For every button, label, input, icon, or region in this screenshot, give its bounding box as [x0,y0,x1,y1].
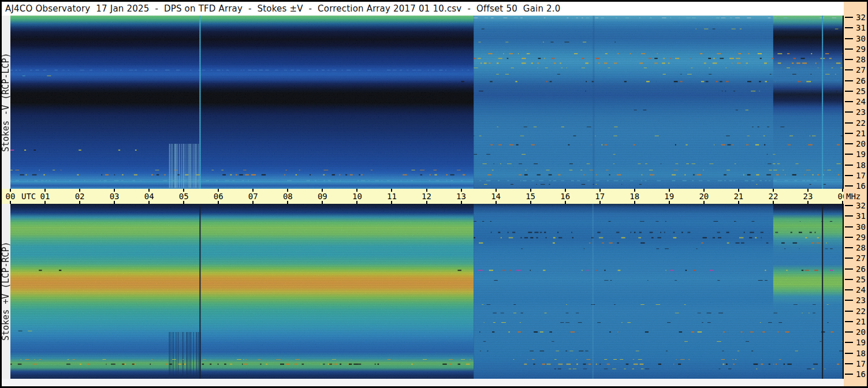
freq-tick [845,48,853,50]
freq-tick-label: 18 [856,161,866,170]
time-tick-label: 11 [387,192,397,201]
freq-tick [845,331,853,333]
time-tick-label: 17 [595,192,605,201]
freq-tick [845,133,853,134]
freq-tick-label: 20 [856,327,866,337]
freq-tick [845,91,853,92]
time-tick-label: 13 [456,192,466,201]
freq-tick [845,268,853,270]
time-tick-label: 04 [144,192,154,201]
freq-tick [845,143,853,144]
time-tick-label: 20 [699,192,709,201]
freq-tick [845,374,853,375]
freq-tick [845,185,853,186]
freq-tick-label: 23 [856,296,866,305]
freq-tick-label: 28 [856,243,866,252]
panel-label-stokes-pos-v: Stokes +V (LCP-RCP) [1,204,10,379]
time-tick-label: 02 [75,192,85,201]
freq-tick [845,38,853,39]
freq-tick-label: 31 [856,211,866,221]
freq-tick [845,300,853,301]
scanline-overlay [10,204,843,379]
freq-tick-label: 24 [856,285,866,294]
time-tick-label: 10 [352,192,362,201]
freq-tick-label: 23 [856,107,866,117]
freq-tick-label: 20 [856,139,866,148]
time-tick-label: 16 [560,192,570,201]
freq-tick [845,205,853,206]
time-tick-label: 19 [664,192,674,201]
freq-tick-label: 22 [856,307,866,316]
freq-tick [845,279,853,280]
time-tick-label: 03 [110,192,120,201]
freq-tick [845,215,853,217]
freq-tick [845,342,853,343]
freq-tick [845,311,853,312]
time-tick-label: 09 [318,192,327,201]
freq-tick-label: 28 [856,55,866,64]
app-window: AJ4CO Observatory 17 Jan 2025 - DPS on T… [0,0,868,388]
freq-tick [845,165,853,166]
freq-tick-label: 19 [856,150,866,159]
freq-tick [845,175,853,176]
freq-tick-label: 21 [856,317,866,326]
freq-tick [845,80,853,81]
time-tick-label: 12 [422,192,431,201]
time-tick-label: 21 [733,192,743,201]
freq-tick-label: 21 [856,129,866,138]
freq-tick [845,247,853,248]
utc-label: UTC [21,192,36,201]
freq-tick-label: 16 [856,370,866,379]
spectrogram-top [10,16,843,189]
freq-tick [845,321,853,322]
time-tick-label: 22 [768,192,778,201]
freq-tick-label: 30 [856,34,866,43]
freq-tick-label: 31 [856,23,866,32]
freq-tick [845,122,853,124]
panel-label-stokes-neg-v: Stokes -V (RCP-LCP) [1,16,10,189]
freq-tick-label: 26 [856,76,866,85]
freq-tick-label: 32 [856,13,866,22]
freq-tick [845,59,853,60]
freq-tick [845,353,853,354]
time-tick-label: 00 [6,192,16,201]
freq-tick-label: 17 [856,171,866,180]
freq-tick [845,226,853,227]
bottom-margin [2,379,844,386]
freq-tick [845,237,853,238]
freq-tick-label: 26 [856,264,866,274]
title-bar: AJ4CO Observatory 17 Jan 2025 - DPS on T… [2,2,844,16]
mhz-unit-label: MHz [846,192,860,201]
freq-tick-label: 32 [856,201,866,210]
freq-tick-label: 25 [856,275,866,284]
time-axis: UTC 000102030405060708091011121314151617… [2,189,844,204]
freq-tick-label: 18 [856,349,866,358]
time-tick-label: 06 [214,192,223,201]
spectrogram-bottom [10,204,843,379]
time-tick-label: 01 [40,192,50,201]
freq-tick-label: 27 [856,65,866,74]
time-tick-label: 07 [248,192,258,201]
freq-tick-label: 30 [856,222,866,232]
freq-tick [845,289,853,290]
time-tick-label: 15 [526,192,535,201]
freq-tick-label: 29 [856,233,866,242]
freq-tick [845,258,853,259]
freq-tick [845,154,853,155]
freq-tick-label: 25 [856,87,866,96]
window-title: AJ4CO Observatory 17 Jan 2025 - DPS on T… [5,3,561,14]
time-tick-label: 05 [179,192,189,201]
freq-tick [845,363,853,364]
freq-tick-label: 29 [856,44,866,54]
freq-tick [845,27,853,28]
freq-axis-column: MHz 323130292827262524232221201918171632… [844,2,867,386]
time-tick-label: 08 [283,192,293,201]
time-tick-label: 14 [491,192,501,201]
freq-tick [845,101,853,102]
freq-tick-label: 17 [856,359,866,368]
freq-tick [845,17,853,18]
scanline-overlay [10,16,843,189]
freq-tick-label: 27 [856,253,866,263]
freq-tick-label: 24 [856,97,866,106]
freq-tick-label: 19 [856,338,866,347]
